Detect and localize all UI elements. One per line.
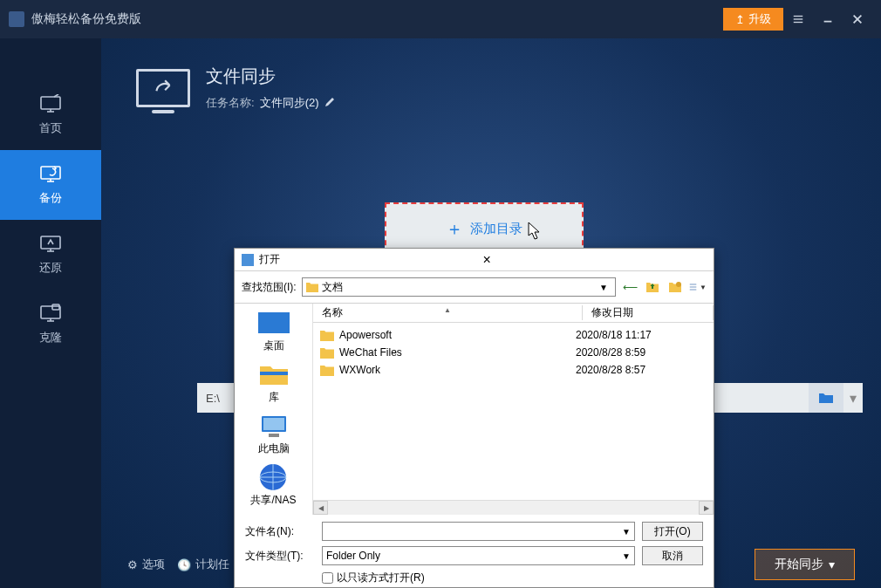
- schedule-button[interactable]: 🕓 计划任: [177, 557, 229, 572]
- file-list: Apowersoft2020/8/18 11:17WeChat Files202…: [313, 323, 714, 500]
- filetype-value: Folder Only: [326, 550, 380, 562]
- lookIn-value: 文档: [322, 280, 343, 295]
- dialog-path-row: 查找范围(I): 文档 ▼ ⟵ ▼: [235, 271, 714, 303]
- sidebar-label-backup: 备份: [39, 190, 62, 206]
- options-label: 选项: [142, 557, 165, 572]
- sidebar-item-home[interactable]: 首页: [0, 80, 101, 150]
- svg-rect-10: [52, 304, 59, 310]
- back-button[interactable]: ⟵: [621, 278, 639, 296]
- close-button[interactable]: [843, 7, 872, 31]
- sidebar-item-backup[interactable]: 备份: [0, 150, 101, 220]
- svg-rect-8: [41, 236, 60, 249]
- svg-rect-6: [41, 97, 60, 109]
- add-directory-button[interactable]: ＋ 添加目录: [385, 202, 584, 255]
- destination-dropdown[interactable]: ▾: [843, 383, 863, 413]
- sidebar-item-clone[interactable]: 克隆: [0, 290, 101, 359]
- filetype-combo[interactable]: Folder Only ▼: [322, 546, 635, 565]
- horizontal-scrollbar[interactable]: ◀ ▶: [313, 500, 714, 515]
- readonly-checkbox[interactable]: [322, 572, 333, 584]
- file-row[interactable]: WeChat Files2020/8/28 8:59: [313, 344, 714, 361]
- place-thispc[interactable]: 此电脑: [256, 412, 291, 456]
- sync-icon: [136, 69, 190, 107]
- new-folder-button[interactable]: [666, 278, 684, 296]
- start-label: 开始同步: [775, 557, 823, 572]
- file-date: 2020/8/28 8:57: [576, 364, 707, 376]
- minimize-button[interactable]: [813, 7, 843, 31]
- file-list-panel: ▲ 名称 修改日期 Apowersoft2020/8/18 11:17WeCha…: [313, 304, 714, 515]
- lookIn-label: 查找范围(I):: [242, 280, 297, 295]
- scroll-right-button[interactable]: ▶: [699, 501, 714, 515]
- app-title: 傲梅轻松备份免费版: [31, 11, 141, 27]
- svg-rect-9: [41, 306, 60, 318]
- options-button[interactable]: ⚙ 选项: [127, 557, 165, 572]
- schedule-label: 计划任: [195, 557, 229, 572]
- page-header: 文件同步 任务名称: 文件同步(2): [136, 65, 846, 111]
- sidebar-label-restore: 还原: [39, 260, 62, 276]
- file-list-header[interactable]: ▲ 名称 修改日期: [313, 304, 714, 323]
- dialog-titlebar: 打开 ×: [235, 249, 714, 271]
- chevron-down-icon[interactable]: ▼: [622, 527, 631, 537]
- place-desktop[interactable]: 桌面: [256, 309, 291, 353]
- clock-icon: 🕓: [177, 558, 191, 571]
- view-menu-button[interactable]: ▼: [689, 278, 707, 296]
- file-open-dialog: 打开 × 查找范围(I): 文档 ▼ ⟵ ▼ 桌面 库: [234, 248, 714, 588]
- file-name: WXWork: [339, 364, 576, 376]
- file-date: 2020/8/28 8:59: [576, 346, 707, 359]
- edit-task-icon[interactable]: [324, 97, 335, 110]
- app-icon: [9, 11, 24, 27]
- dialog-title: 打开: [259, 252, 480, 267]
- file-name: WeChat Files: [339, 346, 576, 359]
- dialog-close-button[interactable]: ×: [480, 252, 707, 268]
- lookIn-combo[interactable]: 文档 ▼: [302, 277, 616, 297]
- plus-icon: ＋: [446, 217, 463, 241]
- sidebar-label-clone: 克隆: [39, 330, 62, 345]
- menu-button[interactable]: [783, 7, 813, 31]
- place-label: 库: [269, 390, 279, 405]
- places-bar: 桌面 库 此电脑 共享/NAS: [235, 304, 313, 515]
- filename-input[interactable]: ▼: [322, 522, 635, 541]
- sidebar: 首页 备份 还原 克隆: [0, 38, 101, 588]
- svg-rect-15: [258, 312, 290, 333]
- file-name: Apowersoft: [339, 329, 576, 341]
- sort-indicator-icon: ▲: [444, 306, 451, 314]
- svg-point-11: [676, 282, 681, 287]
- filename-label: 文件名(N):: [245, 524, 315, 539]
- open-button[interactable]: 打开(O): [642, 522, 703, 541]
- place-share-nas[interactable]: 共享/NAS: [250, 463, 296, 508]
- scroll-left-button[interactable]: ◀: [313, 501, 328, 515]
- chevron-down-icon[interactable]: ▼: [596, 283, 611, 292]
- dialog-icon: [242, 254, 254, 266]
- up-folder-button[interactable]: [644, 278, 661, 296]
- svg-rect-18: [263, 418, 284, 430]
- sidebar-label-home: 首页: [39, 120, 62, 136]
- svg-rect-19: [269, 434, 279, 437]
- chevron-down-icon: ▾: [829, 557, 835, 571]
- chevron-down-icon[interactable]: ▼: [622, 551, 631, 561]
- cancel-button[interactable]: 取消: [642, 546, 703, 565]
- page-title: 文件同步: [206, 65, 335, 88]
- gear-icon: ⚙: [127, 558, 138, 571]
- task-label: 任务名称:: [206, 95, 255, 111]
- browse-destination-button[interactable]: [809, 383, 843, 413]
- readonly-label: 以只读方式打开(R): [337, 571, 425, 585]
- start-sync-button[interactable]: 开始同步 ▾: [755, 549, 855, 580]
- filetype-label: 文件类型(T):: [245, 549, 315, 564]
- file-date: 2020/8/18 11:17: [576, 329, 707, 341]
- task-name: 文件同步(2): [260, 95, 319, 111]
- place-label: 共享/NAS: [250, 493, 296, 508]
- svg-rect-16: [260, 372, 288, 375]
- upgrade-icon: ↥: [735, 13, 745, 26]
- sidebar-item-restore[interactable]: 还原: [0, 220, 101, 290]
- upgrade-label: 升级: [748, 11, 771, 27]
- add-directory-label: 添加目录: [470, 221, 522, 237]
- place-libraries[interactable]: 库: [256, 360, 291, 405]
- svg-rect-7: [41, 167, 60, 179]
- file-row[interactable]: Apowersoft2020/8/18 11:17: [313, 326, 714, 344]
- place-label: 此电脑: [258, 441, 290, 456]
- col-date[interactable]: 修改日期: [583, 305, 714, 320]
- file-row[interactable]: WXWork2020/8/28 8:57: [313, 361, 714, 379]
- titlebar: 傲梅轻松备份免费版 ↥ 升级: [0, 0, 881, 38]
- upgrade-button[interactable]: ↥ 升级: [723, 8, 783, 31]
- place-label: 桌面: [263, 338, 284, 353]
